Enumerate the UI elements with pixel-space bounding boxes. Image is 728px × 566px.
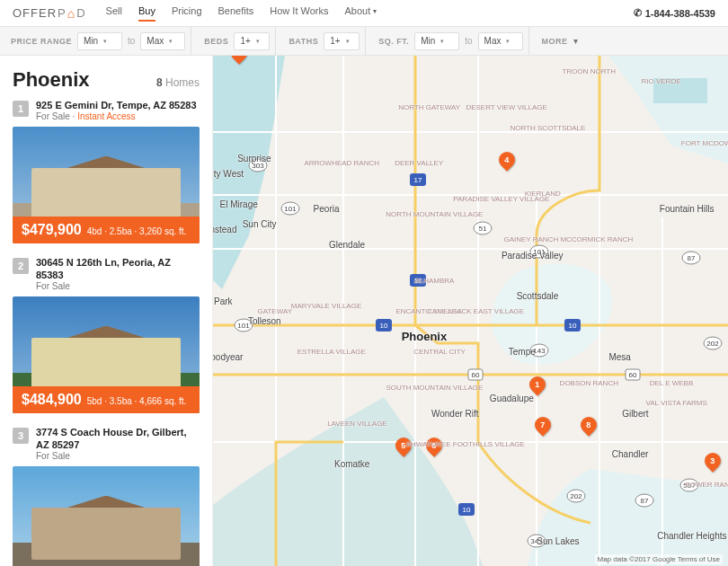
svg-text:17: 17 bbox=[414, 176, 422, 184]
svg-text:10: 10 bbox=[569, 322, 577, 330]
map-label: ARROWHEAD RANCH bbox=[304, 159, 379, 167]
svg-text:10: 10 bbox=[380, 322, 388, 330]
sqft-max-select[interactable]: Max▾ bbox=[478, 32, 523, 50]
rank-badge: 2 bbox=[13, 258, 29, 274]
chevron-down-icon: ▾ bbox=[440, 38, 444, 45]
map-label: rk Park bbox=[213, 296, 233, 305]
map-label: Peoria bbox=[314, 204, 340, 214]
beds-select[interactable]: 1+▾ bbox=[234, 32, 270, 50]
map-label: Tolleson bbox=[248, 316, 281, 326]
price-strip: $479,900 4bd · 2.5ba · 3,260 sq. ft. bbox=[13, 217, 200, 243]
map-label: GATEWAY bbox=[257, 307, 292, 315]
map-label: nstead bbox=[213, 225, 236, 234]
sqft-label: SQ. FT. bbox=[378, 37, 409, 46]
map-pin[interactable]: 3 bbox=[705, 453, 721, 469]
listing-status: For Sale · Instant Access bbox=[36, 111, 197, 121]
svg-text:202: 202 bbox=[570, 492, 582, 500]
map-pin[interactable]: 7 bbox=[535, 417, 551, 433]
map-label: Chandler Heights bbox=[657, 530, 726, 540]
map-label: ESTRELLA VILLAGE bbox=[297, 348, 366, 356]
map-label: TROON NORTH bbox=[563, 67, 616, 75]
sqft-min-select[interactable]: Min▾ bbox=[414, 32, 459, 50]
baths-select[interactable]: 1+▾ bbox=[324, 32, 360, 50]
logo[interactable]: OFFER P ⌂ D bbox=[13, 6, 86, 20]
chevron-down-icon: ▾ bbox=[346, 38, 350, 45]
price-strip: $484,900 5bd · 3.5ba · 4,666 sq. ft. bbox=[13, 386, 200, 413]
filter-bar: PRICE RANGE Min▾ to Max▾ BEDS 1+▾ BATHS … bbox=[0, 27, 728, 56]
listing-address: 925 E Gemini Dr, Tempe, AZ 85283 bbox=[36, 99, 197, 111]
rank-badge: 1 bbox=[13, 101, 29, 117]
listing-status: For Sale bbox=[36, 281, 200, 291]
listing-card[interactable]: 3 3774 S Coach House Dr, Gilbert, AZ 852… bbox=[0, 426, 212, 566]
results-count: 8 Homes bbox=[156, 76, 200, 89]
map-label: Tempe bbox=[509, 347, 536, 357]
map-label: Sun City bbox=[243, 219, 277, 229]
map-label: Paradise Valley bbox=[502, 250, 564, 260]
map-label: El Mirage bbox=[220, 199, 258, 208]
svg-text:87: 87 bbox=[641, 497, 649, 505]
filter-beds: BEDS 1+▾ bbox=[199, 27, 276, 55]
map-pin[interactable]: 1 bbox=[529, 376, 546, 393]
listing-photo[interactable] bbox=[13, 466, 200, 566]
nav-sell[interactable]: Sell bbox=[106, 5, 122, 22]
map-label: RIO VERDE bbox=[641, 77, 680, 85]
phone-icon: ✆ bbox=[634, 7, 642, 19]
results-header: Phoenix 8 Homes bbox=[0, 56, 212, 99]
map-label: NORTH SCOTTSDALE bbox=[510, 123, 586, 131]
map-label: Phoenix bbox=[402, 330, 448, 343]
chevron-down-icon: ▾ bbox=[573, 36, 578, 46]
listing-address: 30645 N 126th Ln, Peoria, AZ 85383 bbox=[36, 256, 200, 281]
map-pin[interactable]: 4 bbox=[499, 152, 515, 168]
listing-photo[interactable]: $479,900 4bd · 2.5ba · 3,260 sq. ft. bbox=[13, 127, 200, 243]
filter-more[interactable]: MORE ▾ bbox=[537, 27, 583, 55]
nav-benefits[interactable]: Benefits bbox=[218, 5, 254, 22]
svg-text:51: 51 bbox=[479, 225, 487, 233]
price-max-select[interactable]: Max▾ bbox=[140, 32, 185, 50]
map-credit: Map data ©2017 Google Terms of Use bbox=[595, 554, 724, 564]
price-label: PRICE RANGE bbox=[11, 37, 72, 46]
nav-about[interactable]: About ▾ bbox=[344, 5, 377, 22]
listing-photo[interactable]: $484,900 5bd · 3.5ba · 4,666 sq. ft. bbox=[13, 296, 200, 413]
map-label: DEER VALLEY bbox=[395, 159, 443, 167]
map-label: VAL VISTA FARMS bbox=[646, 399, 707, 407]
map-pin[interactable]: 2 bbox=[231, 56, 247, 61]
map-label: FORT MCDOWELL bbox=[681, 138, 728, 146]
phone-link[interactable]: ✆ 1-844-388-4539 bbox=[634, 7, 715, 19]
listing-address: 3774 S Coach House Dr, Gilbert, AZ 85297 bbox=[36, 426, 200, 451]
map-label: POWER RANCH bbox=[685, 481, 728, 489]
map-label: Glendale bbox=[329, 240, 365, 250]
chevron-down-icon: ▾ bbox=[506, 38, 510, 45]
svg-text:303: 303 bbox=[252, 162, 264, 170]
listing-card[interactable]: 2 30645 N 126th Ln, Peoria, AZ 85383 For… bbox=[0, 256, 212, 426]
svg-text:60: 60 bbox=[472, 371, 480, 379]
map-label: Komatke bbox=[334, 459, 369, 469]
map-label: MARYVALE VILLAGE bbox=[291, 302, 361, 310]
svg-text:202: 202 bbox=[706, 340, 719, 348]
map-label: CAMELBACK EAST VILLAGE bbox=[427, 307, 524, 315]
map-label: Guadalupe bbox=[490, 393, 534, 402]
map-label: Gilbert bbox=[622, 408, 648, 418]
map-label: Mesa bbox=[608, 352, 630, 362]
map-label: Surprise bbox=[237, 153, 271, 163]
logo-house-icon: ⌂ bbox=[67, 7, 75, 20]
map-label: Chandler bbox=[612, 449, 649, 459]
nav-how-it-works[interactable]: How It Works bbox=[270, 5, 328, 22]
map-label: SOUTH MOUNTAIN VILLAGE bbox=[386, 384, 483, 392]
map-label: un City West bbox=[213, 168, 244, 178]
nav-pricing[interactable]: Pricing bbox=[172, 5, 202, 22]
price-min-select[interactable]: Min▾ bbox=[77, 32, 122, 50]
listing-card[interactable]: 1 925 E Gemini Dr, Tempe, AZ 85283 For S… bbox=[0, 99, 212, 256]
svg-text:60: 60 bbox=[629, 371, 637, 379]
chevron-down-icon: ▾ bbox=[256, 38, 260, 45]
map-label: Wonder Rift bbox=[431, 408, 479, 418]
nav-buy[interactable]: Buy bbox=[138, 5, 155, 22]
listing-status: For Sale bbox=[36, 451, 200, 461]
map[interactable]: 17 17 10 10 51 101 143 101 303 101 60 60… bbox=[213, 56, 728, 566]
map-label: NORTH GATEWAY bbox=[398, 102, 460, 111]
rank-badge: 3 bbox=[13, 428, 29, 444]
results-sidebar[interactable]: Phoenix 8 Homes 1 925 E Gemini Dr, Tempe… bbox=[0, 56, 213, 566]
map-pin[interactable]: 8 bbox=[581, 417, 597, 433]
map-label: GAINEY RANCH MCCORMICK RANCH bbox=[503, 235, 633, 243]
filter-sqft: SQ. FT. Min▾ to Max▾ bbox=[373, 27, 528, 55]
chevron-down-icon: ▾ bbox=[169, 38, 173, 45]
